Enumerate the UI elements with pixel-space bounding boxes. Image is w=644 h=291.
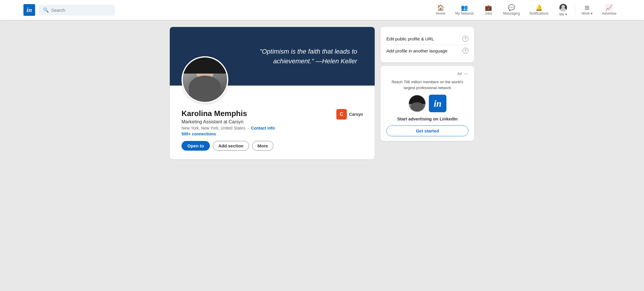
nav-label-advertise: Advertise [602,11,616,16]
search-input[interactable] [51,8,110,13]
nav-label-messaging: Messaging [503,11,520,16]
sidebar-item-add-profile-language[interactable]: Add profile in another language ? [386,45,468,57]
work-icon: ⊞ [585,5,590,11]
profile-avatar [181,56,228,103]
messaging-icon: 💬 [508,5,515,11]
home-icon: 🏠 [437,5,444,11]
ad-header: Ad ··· [386,71,468,77]
navbar-left: in 🔍 [23,4,115,16]
edit-profile-url-label: Edit public profile & URL [386,36,434,41]
nav-item-messaging[interactable]: 💬 Messaging [499,3,524,17]
company-name: Carsyn [349,112,363,117]
profile-details: Karolina Memphis Marketing Assistant at … [181,109,275,151]
contact-info-link[interactable]: Contact info [251,126,275,130]
profile-card: "Optimism is the faith that leads to ach… [170,27,375,159]
add-section-button[interactable]: Add section [213,141,249,151]
profile-banner: "Optimism is the faith that leads to ach… [170,27,375,86]
page-content: "Optimism is the faith that leads to ach… [146,27,498,159]
add-profile-language-help-icon[interactable]: ? [463,48,468,54]
nav-item-me[interactable]: Me ▾ [554,2,573,18]
sidebar-profile-links-card: Edit public profile & URL ? Add profile … [381,27,474,62]
ad-card: Ad ··· Reach 706 million members on the … [381,66,474,141]
more-button[interactable]: More [252,141,274,151]
notifications-icon: 🔔 [535,5,543,11]
nav-label-home: Home [436,11,445,16]
linkedin-logo[interactable]: in [23,4,35,16]
nav-item-work[interactable]: ⊞ Work ▾ [578,3,597,17]
get-started-button[interactable]: Get started [386,125,468,136]
company-logo: C [336,109,347,120]
profile-name: Karolina Memphis [181,109,275,118]
navbar: in 🔍 🏠 Home 👥 My Network 💼 Jobs 💬 Messag… [0,0,644,20]
jobs-icon: 💼 [485,5,492,11]
profile-location: New York, New York, United States · Cont… [181,126,275,130]
nav-item-my-network[interactable]: 👥 My Network [451,3,478,17]
nav-label-me: Me ▾ [559,12,567,16]
navbar-right: 🏠 Home 👥 My Network 💼 Jobs 💬 Messaging 🔔… [431,2,621,18]
advertise-icon: 📈 [605,5,613,11]
nav-item-advertise[interactable]: 📈 Advertise [598,3,621,17]
profile-title: Marketing Assistant at Carsyn [181,119,275,125]
add-profile-language-label: Add profile in another language [386,48,448,53]
profile-avatar-inner [183,57,227,102]
connections-link[interactable]: 500+ connections [181,132,275,136]
nav-item-home[interactable]: 🏠 Home [431,3,450,17]
ad-cta-text: Start advertising on LinkedIn [386,116,468,121]
nav-label-notifications: Notifications [529,11,548,16]
nav-label-my-network: My Network [455,11,474,16]
open-to-button[interactable]: Open to [181,141,210,151]
company-badge[interactable]: C Carsyn [336,109,363,120]
ad-avatar-hair [409,95,425,104]
sidebar-item-edit-profile-url[interactable]: Edit public profile & URL ? [386,33,468,45]
profile-actions: Open to Add section More [181,141,275,151]
ad-profile-image [408,95,426,112]
ad-menu-icon[interactable]: ··· [464,71,468,77]
nav-label-jobs: Jobs [485,11,492,16]
avatar [559,4,567,11]
ad-label: Ad [457,72,462,76]
hair-overlay [183,57,227,74]
search-icon: 🔍 [43,7,49,13]
nav-item-notifications[interactable]: 🔔 Notifications [525,3,552,17]
nav-label-work: Work ▾ [582,11,592,16]
nav-divider [575,5,575,15]
my-network-icon: 👥 [461,5,468,11]
ad-logos: in [386,95,468,112]
edit-profile-url-help-icon[interactable]: ? [463,36,468,42]
sidebar: Edit public profile & URL ? Add profile … [381,27,474,141]
ad-text: Reach 706 million members on the world's… [386,79,468,91]
search-bar[interactable]: 🔍 [39,5,115,16]
ad-linkedin-logo: in [429,95,446,112]
nav-item-jobs[interactable]: 💼 Jobs [479,3,498,17]
